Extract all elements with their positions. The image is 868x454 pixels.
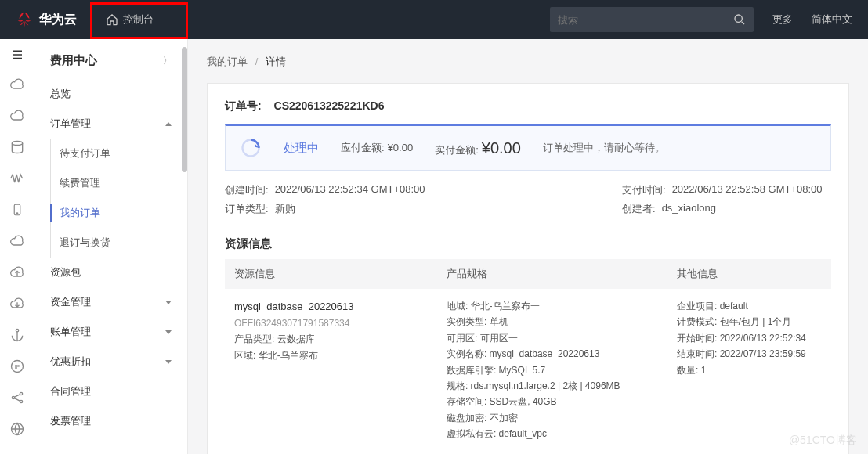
resources-table: 资源信息 产品规格 其他信息 mysql_datbase_20220613 OF… xyxy=(225,259,831,452)
sidebar: 费用中心 〉 总览 订单管理 待支付订单 续费管理 我的订单 退订与换货 资源包… xyxy=(34,39,188,454)
col-product-spec: 产品规格 xyxy=(437,259,667,289)
meta-pay-time: 支付时间:2022/06/13 22:52:58 GMT+08:00 xyxy=(434,183,831,197)
cloud-icon-2[interactable] xyxy=(9,108,25,124)
icon-rail: IP xyxy=(0,39,34,454)
status-text: 处理中 xyxy=(284,141,319,156)
nav-overview[interactable]: 总览 xyxy=(34,79,187,109)
svg-point-3 xyxy=(16,213,18,214)
order-card: 订单号: CS220613225221KD6 处理中 应付金额:¥0.00 实付… xyxy=(207,83,849,454)
logo[interactable]: 华为云 xyxy=(16,11,77,28)
svg-point-0 xyxy=(735,15,742,22)
cloud-upload-icon[interactable] xyxy=(9,265,25,280)
status-note: 订单处理中，请耐心等待。 xyxy=(543,141,665,155)
payable-amount: 应付金额:¥0.00 xyxy=(341,141,413,155)
nav-pending-orders[interactable]: 待支付订单 xyxy=(34,139,187,168)
device-icon[interactable] xyxy=(10,202,24,218)
search-input[interactable] xyxy=(558,14,733,26)
svg-point-1 xyxy=(12,142,22,146)
nav-renewal[interactable]: 续费管理 xyxy=(34,168,187,198)
processing-icon xyxy=(240,137,262,159)
console-link[interactable]: 控制台 xyxy=(106,13,154,27)
cloud-download-icon[interactable] xyxy=(9,296,25,312)
main-content: 我的订单 / 详情 订单号: CS220613225221KD6 处理中 应付金… xyxy=(188,39,868,454)
breadcrumb-current: 详情 xyxy=(266,56,286,67)
svg-point-4 xyxy=(16,330,18,332)
meta-create-time: 创建时间:2022/06/13 22:52:34 GMT+08:00 xyxy=(225,183,434,197)
nav-refund[interactable]: 退订与换货 xyxy=(34,228,187,258)
menu-icon[interactable] xyxy=(9,49,25,61)
nav-discount[interactable]: 优惠折扣 xyxy=(34,347,187,377)
breadcrumb: 我的订单 / 详情 xyxy=(207,55,849,69)
svg-text:IP: IP xyxy=(14,364,20,369)
anchor-icon[interactable] xyxy=(9,327,25,343)
resource-id: OFFI632493071791587334 xyxy=(234,315,428,331)
meta-creator: 创建者:ds_xiaolong xyxy=(434,202,831,216)
nav-contract[interactable]: 合同管理 xyxy=(34,377,187,406)
cloud-icon[interactable] xyxy=(9,77,25,92)
nav-resource-pack[interactable]: 资源包 xyxy=(34,258,187,287)
lang-link[interactable]: 简体中文 xyxy=(812,13,852,27)
ip-icon[interactable]: IP xyxy=(9,359,25,374)
brand-text: 华为云 xyxy=(39,12,77,28)
huawei-logo-icon xyxy=(16,11,33,28)
breadcrumb-parent[interactable]: 我的订单 xyxy=(207,56,248,67)
search-icon[interactable] xyxy=(733,13,746,26)
svg-point-7 xyxy=(12,396,14,398)
svg-point-9 xyxy=(20,400,22,402)
nav-bills[interactable]: 账单管理 xyxy=(34,317,187,347)
meta-order-type: 订单类型:新购 xyxy=(225,202,434,216)
sidebar-scrollbar[interactable] xyxy=(182,47,187,448)
svg-point-8 xyxy=(20,392,22,395)
table-row: mysql_datbase_20220613 OFFI6324930717915… xyxy=(225,289,831,452)
order-header: 订单号: CS220613225221KD6 xyxy=(225,99,831,114)
search-box[interactable] xyxy=(550,7,754,32)
globe-icon[interactable] xyxy=(9,421,25,437)
caret-down-icon xyxy=(165,330,172,334)
resource-name: mysql_datbase_20220613 xyxy=(234,298,428,315)
cloud-icon-3[interactable] xyxy=(9,233,25,249)
order-number: CS220613225221KD6 xyxy=(274,99,385,112)
caret-down-icon xyxy=(165,360,172,364)
wave-icon[interactable] xyxy=(9,171,25,186)
database-icon[interactable] xyxy=(9,139,25,155)
col-resource-info: 资源信息 xyxy=(225,259,437,289)
nav-funds[interactable]: 资金管理 xyxy=(34,287,187,317)
paid-amount: 实付金额:¥0.00 xyxy=(435,139,521,157)
resources-title: 资源信息 xyxy=(225,236,831,251)
col-other-info: 其他信息 xyxy=(667,259,831,289)
console-label: 控制台 xyxy=(123,13,154,27)
home-icon xyxy=(106,13,118,26)
share-icon[interactable] xyxy=(9,390,25,405)
caret-down-icon xyxy=(165,301,172,304)
sidebar-title[interactable]: 费用中心 〉 xyxy=(34,39,187,79)
caret-up-icon xyxy=(165,122,172,126)
nav-order-mgmt[interactable]: 订单管理 xyxy=(34,109,187,139)
nav-invoice[interactable]: 发票管理 xyxy=(34,406,187,436)
more-link[interactable]: 更多 xyxy=(772,13,793,27)
nav-my-orders[interactable]: 我的订单 xyxy=(34,198,187,228)
chevron-right-icon: 〉 xyxy=(163,55,172,67)
topbar-divider xyxy=(91,12,92,27)
status-bar: 处理中 应付金额:¥0.00 实付金额:¥0.00 订单处理中，请耐心等待。 xyxy=(225,124,831,171)
